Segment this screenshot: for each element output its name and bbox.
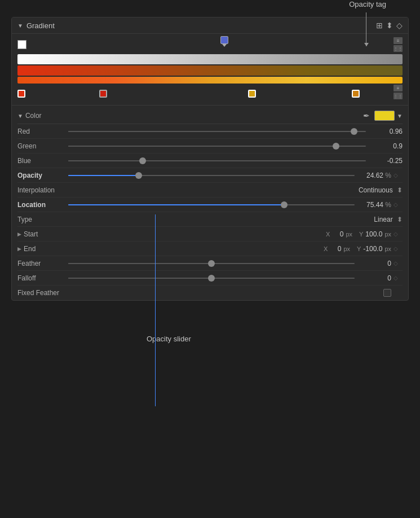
gradient-top-row: ≡ ⋮⋮ <box>17 37 403 52</box>
gradient-section-header: ▼ Gradient ⊞ ⬍ ◇ <box>12 17 408 34</box>
opacity-label: Opacity <box>17 172 68 179</box>
opacity-slider-annotation-line <box>155 214 156 406</box>
interpolation-control[interactable]: Continuous ⬍ <box>68 186 403 194</box>
combined-gradient-bar <box>17 77 403 84</box>
location-unit: % <box>385 201 391 209</box>
gradient-side-icons: ≡ ⋮⋮ <box>394 37 403 52</box>
color-gradient-bar <box>17 65 403 76</box>
green-slider[interactable] <box>68 142 366 151</box>
red-value: 0.96 <box>366 128 403 135</box>
location-slider[interactable] <box>68 200 355 209</box>
end-expand-arrow: ▶ <box>17 246 21 252</box>
stops-side-icons: ≡ ⋮⋮ <box>394 85 403 99</box>
green-property-row: Green 0.9 <box>17 139 403 153</box>
end-x-value[interactable]: 0 <box>330 245 341 253</box>
type-property-row: Type Linear ⬍ <box>17 212 403 227</box>
end-property-row: ▶ End X 0 px Y -100.0 px ◇ <box>17 242 403 256</box>
orange-yellow-bar[interactable] <box>17 77 403 84</box>
location-property-row: Location 75.44 % ◇ <box>17 197 403 212</box>
fixed-feather-property-row: Fixed Feather <box>17 286 403 300</box>
stops-icon-2[interactable]: ⋮⋮ <box>394 93 403 99</box>
color-stop-2[interactable] <box>99 90 107 98</box>
red-slider[interactable] <box>68 127 366 136</box>
end-label: End <box>24 245 36 253</box>
start-y-label: Y <box>359 231 363 238</box>
location-keyframe-icon[interactable]: ◇ <box>394 201 403 208</box>
gradient-section-title: Gradient <box>26 21 376 30</box>
start-y-unit: px <box>384 231 391 238</box>
opacity-slider-annotation: Opacity slider <box>147 335 191 343</box>
end-expand[interactable]: ▶ End <box>17 245 57 253</box>
end-y-label: Y <box>357 245 361 252</box>
end-x-label: X <box>324 245 328 252</box>
white-gray-bar[interactable] <box>17 54 403 64</box>
blue-label: Blue <box>17 157 68 165</box>
color-dropdown-arrow[interactable]: ▼ <box>397 113 403 119</box>
start-expand[interactable]: ▶ Start <box>17 230 57 238</box>
feather-keyframe-icon[interactable]: ◇ <box>394 260 403 266</box>
red-label: Red <box>17 128 68 135</box>
gradient-panel: ▼ Gradient ⊞ ⬍ ◇ ≡ ⋮⋮ <box>11 17 409 301</box>
start-property-row: ▶ Start X 0 px Y 100.0 px ◇ <box>17 227 403 242</box>
type-label: Type <box>17 216 68 223</box>
falloff-slider[interactable] <box>68 274 355 283</box>
start-keyframe-icon[interactable]: ◇ <box>394 231 403 237</box>
opacity-value: 24.62 % <box>355 172 391 179</box>
color-stop-4[interactable] <box>352 90 360 98</box>
color-swatch-button[interactable] <box>374 111 395 121</box>
stepper-icon[interactable]: ⬍ <box>386 21 393 30</box>
falloff-label: Falloff <box>17 274 68 282</box>
end-y-value[interactable]: -100.0 <box>363 245 382 253</box>
start-x-label: X <box>326 231 330 238</box>
fixed-feather-checkbox[interactable] <box>383 289 391 297</box>
divider-1 <box>12 105 408 106</box>
gradient-header-icons: ⊞ ⬍ ◇ <box>376 21 403 30</box>
end-y-unit: px <box>384 245 391 252</box>
color-stops-track <box>17 86 389 98</box>
type-control[interactable]: Linear ⬍ <box>68 216 403 223</box>
opacity-unit: % <box>385 172 391 179</box>
color-stop-3[interactable] <box>248 90 256 98</box>
interpolation-property-row: Interpolation Continuous ⬍ <box>17 183 403 197</box>
end-xy-group: X 0 px Y -100.0 px <box>57 245 391 253</box>
opacity-slider[interactable] <box>68 171 355 180</box>
end-keyframe-icon[interactable]: ◇ <box>394 245 403 252</box>
start-expand-arrow: ▶ <box>17 231 21 237</box>
color-stop-1[interactable] <box>17 90 25 98</box>
interpolation-label: Interpolation <box>17 186 68 194</box>
location-value: 75.44 % <box>355 201 391 209</box>
feather-property-row: Feather 0 ◇ <box>17 256 403 271</box>
start-x-value[interactable]: 0 <box>332 230 343 238</box>
opacity-keyframe-icon[interactable]: ◇ <box>394 172 403 178</box>
opacity-property-row: Opacity 24.62 % ◇ <box>17 168 403 183</box>
gradient-stack-icon-1[interactable]: ≡ <box>394 37 403 44</box>
green-label: Green <box>17 142 68 150</box>
end-x-unit: px <box>343 245 350 252</box>
orange-brown-bar[interactable] <box>17 65 403 76</box>
location-label: Location <box>17 201 68 209</box>
opacity-tag-annotation: Opacity tag <box>349 0 386 8</box>
falloff-keyframe-icon[interactable]: ◇ <box>394 275 403 281</box>
white-color-stop[interactable] <box>17 40 26 49</box>
blue-slider[interactable] <box>68 156 366 165</box>
stops-icon-1[interactable]: ≡ <box>394 85 403 91</box>
copy-icon[interactable]: ⊞ <box>376 21 383 30</box>
color-collapse-icon[interactable]: ▼ <box>17 113 23 119</box>
gradient-stack-icon-2[interactable]: ⋮⋮ <box>394 45 403 52</box>
keyframe-diamond-icon[interactable]: ◇ <box>396 21 403 30</box>
blue-value: -0.25 <box>366 157 403 165</box>
blue-property-row: Blue -0.25 <box>17 153 403 168</box>
feather-value: 0 <box>355 260 391 267</box>
start-x-unit: px <box>346 231 352 238</box>
opacity-tag-thumb[interactable] <box>220 36 228 44</box>
start-label: Start <box>24 230 38 238</box>
falloff-property-row: Falloff 0 ◇ <box>17 271 403 286</box>
eyedropper-button[interactable]: ✒ <box>363 111 370 120</box>
color-section-header: ▼ Color ✒ ▼ <box>17 108 403 124</box>
feather-slider[interactable] <box>68 259 355 268</box>
green-value: 0.9 <box>366 142 403 150</box>
opacity-gradient-bar <box>17 54 403 64</box>
gradient-collapse-icon[interactable]: ▼ <box>17 23 23 29</box>
color-section-title: Color <box>25 112 363 120</box>
start-y-value[interactable]: 100.0 <box>365 230 382 238</box>
